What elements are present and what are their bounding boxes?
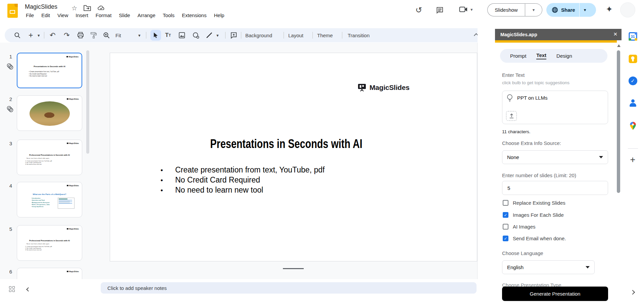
insert-shape-button[interactable] <box>192 32 199 39</box>
checkbox-icon[interactable]: ✓ <box>503 224 508 230</box>
share-button[interactable]: Share ▾ <box>546 3 596 17</box>
paint-format-button[interactable] <box>90 32 97 39</box>
slide-thumbnail-4[interactable]: MagicSlides What are the Parts of a WebQ… <box>17 182 82 217</box>
transition-button[interactable]: Transition <box>348 33 369 38</box>
topic-text-area[interactable]: PPT on LLMs <box>502 91 608 124</box>
slide-thumbnail-2[interactable]: MagicSlides <box>17 95 82 131</box>
menu-slide[interactable]: Slide <box>115 11 134 19</box>
menu-file[interactable]: File <box>22 11 38 19</box>
toolbar-divider <box>225 32 226 39</box>
panel-accent-bar <box>495 40 617 43</box>
share-label: Share <box>561 7 575 13</box>
slide-thumbnail-5[interactable]: MagicSlides Professional Presentations i… <box>17 225 82 261</box>
zoom-button[interactable] <box>103 32 110 39</box>
document-title[interactable]: MagicSlides <box>25 3 57 10</box>
filmstrip-scrollbar-thumb[interactable] <box>86 50 89 154</box>
menu-extensions[interactable]: Extensions <box>178 11 210 19</box>
slideshow-options-caret[interactable]: ▾ <box>525 3 542 16</box>
bulb-icon[interactable] <box>506 94 513 103</box>
get-add-ons-button[interactable]: + <box>630 155 636 165</box>
menu-view[interactable]: View <box>54 11 72 19</box>
extra-info-select[interactable]: None <box>502 150 608 164</box>
select-tool-button[interactable] <box>150 30 161 41</box>
layout-button[interactable]: Layout <box>288 33 303 38</box>
menus-search-icon[interactable] <box>14 32 20 39</box>
checkbox-send-email[interactable]: ✓ Send Email when done. <box>503 236 566 241</box>
share-caret-icon[interactable]: ▾ <box>584 8 586 12</box>
checkbox-ai-images[interactable]: ✓ AI Images <box>503 224 536 230</box>
tasks-icon[interactable]: ✓ <box>629 77 637 85</box>
checkbox-replace-existing-slides[interactable]: ✓ Replace Existing Slides <box>503 200 565 206</box>
tab-prompt[interactable]: Prompt <box>510 53 526 59</box>
thumb-title: Professional Presentations in Seconds wi… <box>17 154 82 156</box>
camera-caret-icon[interactable]: ▾ <box>470 7 473 12</box>
upload-button[interactable] <box>506 111 517 121</box>
google-slides-app: MagicSlides ☆ File Edit View Insert Form… <box>0 0 644 302</box>
gemini-sparkle-icon[interactable]: ✦ <box>606 4 613 14</box>
bullet-icon: ● <box>160 178 175 183</box>
insert-line-button[interactable] <box>206 32 212 39</box>
slide-body-text[interactable]: ●Create presentation from text, YouTube,… <box>160 165 325 195</box>
new-slide-caret-icon[interactable]: ▾ <box>38 33 40 38</box>
google-slides-logo[interactable] <box>7 4 18 18</box>
slide-number: 2 <box>7 96 14 102</box>
transition-indicator-icon[interactable] <box>6 62 14 70</box>
checkbox-icon[interactable]: ✓ <box>503 200 508 206</box>
comments-icon[interactable] <box>436 6 444 14</box>
meet-camera-button[interactable]: ▾ <box>459 6 473 13</box>
move-folder-icon[interactable] <box>83 4 91 12</box>
transition-indicator-icon[interactable] <box>6 105 14 113</box>
checkbox-icon[interactable]: ✓ <box>503 212 508 218</box>
language-select[interactable]: English <box>502 260 595 274</box>
undo-button[interactable]: ↶ <box>50 31 56 39</box>
close-icon[interactable]: ✕ <box>613 31 617 37</box>
tab-design[interactable]: Design <box>556 53 572 59</box>
tab-text[interactable]: Text <box>536 52 546 59</box>
redo-button[interactable]: ↷ <box>64 31 70 39</box>
theme-button[interactable]: Theme <box>317 33 333 38</box>
line-caret-icon[interactable]: ▾ <box>216 33 219 38</box>
slide-canvas[interactable]: MagicSlides Presentations in Seconds wit… <box>110 53 477 261</box>
account-avatar[interactable] <box>620 2 635 17</box>
speaker-notes-input[interactable]: Click to add speaker notes <box>101 282 477 294</box>
globe-icon <box>552 7 558 13</box>
topic-text-value[interactable]: PPT on LLMs <box>517 95 548 101</box>
panel-scrollbar-thumb[interactable] <box>617 50 620 193</box>
thumb-list: 1. Create presentation from text, YouTub… <box>25 160 52 165</box>
background-button[interactable]: Background <box>245 33 272 38</box>
slide-count-input[interactable]: 5 <box>502 181 608 195</box>
menu-help[interactable]: Help <box>210 11 228 19</box>
cloud-saved-icon[interactable] <box>97 4 105 12</box>
menu-arrange[interactable]: Arrange <box>134 11 159 19</box>
version-history-icon[interactable]: ↺ <box>415 5 422 15</box>
slide-title[interactable]: Presentations in Seconds with AI <box>186 137 387 151</box>
maps-icon[interactable] <box>629 121 637 132</box>
checkbox-images-for-each-slide[interactable]: ✓ Images For Each Slide <box>503 212 564 218</box>
grid-view-button[interactable] <box>9 286 15 292</box>
generate-presentation-button[interactable]: Generate Presentation <box>502 287 608 301</box>
panel-scrollbar-up-arrow[interactable] <box>617 44 621 47</box>
slideshow-button[interactable]: Slideshow <box>487 3 525 16</box>
insert-comment-button[interactable] <box>230 32 237 39</box>
calendar-icon[interactable]: 31 <box>629 32 637 41</box>
menu-tools[interactable]: Tools <box>159 11 178 19</box>
menu-edit[interactable]: Edit <box>38 11 54 19</box>
notes-resize-handle[interactable] <box>283 268 304 269</box>
print-button[interactable] <box>77 32 84 39</box>
star-icon[interactable]: ☆ <box>71 5 77 11</box>
menu-format[interactable]: Format <box>92 11 115 19</box>
contacts-icon[interactable] <box>629 99 637 107</box>
keep-icon[interactable] <box>629 55 637 63</box>
mini-magicslides-logo: MagicSlides <box>67 142 79 144</box>
new-slide-button[interactable]: + <box>29 31 33 40</box>
slide-thumbnail-3[interactable]: MagicSlides Professional Presentations i… <box>17 140 82 175</box>
slide-thumbnail-6[interactable]: MagicSlides <box>17 268 82 279</box>
text-box-tool-button[interactable]: TT <box>165 32 171 39</box>
insert-image-button[interactable] <box>179 32 185 39</box>
bullet-icon: ● <box>160 188 175 193</box>
zoom-fit-caret-icon[interactable]: ▾ <box>138 33 141 38</box>
menu-insert[interactable]: Insert <box>72 11 92 19</box>
slide-thumbnail-1[interactable]: MagicSlides Presentations in Seconds wit… <box>17 53 82 88</box>
zoom-fit-select[interactable]: Fit <box>115 33 121 38</box>
checkbox-icon[interactable]: ✓ <box>503 236 508 241</box>
